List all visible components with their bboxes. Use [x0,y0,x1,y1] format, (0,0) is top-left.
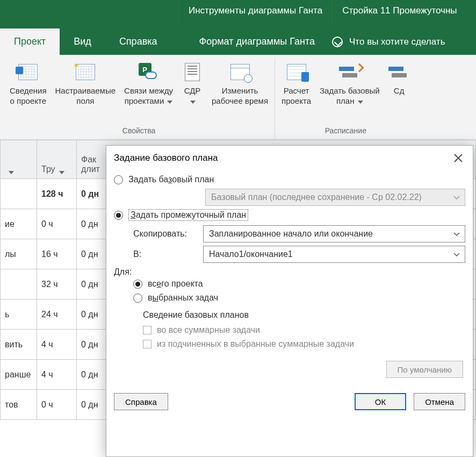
checkbox-rollup-all-summary-label: во все суммарные задачи [157,325,260,335]
ribbon-group-schedule: Расписание [325,123,366,139]
move-project-button[interactable]: Сд [385,58,413,123]
into-label: В: [133,249,198,259]
dropdown-icon[interactable] [9,171,14,174]
table-cell[interactable]: ь [1,299,37,330]
copy-from-value: Запланированное начало или окончание [209,229,373,239]
table-cell[interactable] [1,179,37,209]
copy-label: Скопировать: [133,229,198,239]
tell-me-label: Что вы хотите сделать [349,37,445,47]
change-working-time-button[interactable]: Изменитьрабочее время [208,58,271,123]
project-links-icon: P [138,61,160,83]
table-cell[interactable]: 128 ч [37,179,77,209]
calendar-clock-icon [229,61,251,83]
column-header[interactable]: Фак длит [81,155,100,174]
table-cell[interactable]: 0 ч [37,209,77,239]
checkbox-rollup-from-subtasks [143,340,152,348]
table-cell[interactable]: 24 ч [37,299,77,330]
move-icon [388,61,410,83]
ribbon-tabs: Проект Вид Справка Формат диаграммы Гант… [0,25,476,55]
titlebar: Инструменты диаграммы Ганта Стройка 11 П… [0,0,476,25]
calculate-project-button[interactable]: Расчетпроекта [278,58,314,123]
close-button[interactable] [451,151,465,165]
project-info-icon [17,61,39,83]
table-cell[interactable]: 32 ч [37,269,77,299]
ribbon: Сведенияо проекте ✶ Настраиваемыеполя P … [0,55,476,140]
radio-set-baseline[interactable] [114,175,123,184]
radio-for-entire-project-label: всего проекта [148,279,203,289]
table-cell[interactable]: 16 ч [37,239,77,269]
baseline-select: Базовый план (последнее сохранение - Ср … [205,189,465,206]
table-cell[interactable]: 4 ч [37,330,77,360]
radio-set-baseline-label: Задать базовый план [128,175,214,184]
baseline-icon [339,61,360,83]
copy-from-select[interactable]: Запланированное начало или окончание [203,225,465,242]
tab-help[interactable]: Справка [105,28,171,55]
calculate-icon [286,61,307,83]
close-icon [454,154,463,162]
checkbox-rollup-all-summary [143,326,152,334]
tab-format[interactable]: Формат диаграммы Ганта [190,28,325,55]
chevron-down-icon [453,251,460,258]
ribbon-group-properties: Свойства [122,123,155,139]
chevron-down-icon [453,194,460,201]
set-baseline-dialog: Задание базового плана Задать базовый пл… [106,145,473,457]
copy-into-select[interactable]: Начало1/окончание1 [203,246,465,263]
lightbulb-icon [332,37,343,47]
dropdown-icon[interactable] [59,171,64,174]
chevron-down-icon [190,101,196,104]
rollup-title: Сведение базовых планов [143,310,465,320]
radio-set-interim[interactable] [114,211,123,220]
baseline-select-value: Базовый план (последнее сохранение - Ср … [211,192,422,202]
chevron-down-icon [167,101,172,104]
custom-fields-icon: ✶ [75,61,96,83]
chevron-down-icon [358,101,363,104]
table-cell[interactable] [1,269,37,299]
dialog-title: Задание базового плана [114,153,218,163]
tab-project[interactable]: Проект [0,28,60,55]
tell-me-search[interactable]: Что вы хотите сделать [324,29,452,55]
table-cell[interactable]: ранше [1,360,37,390]
default-button: По умолчанию [386,361,463,378]
wbs-icon [182,61,203,83]
table-cell[interactable]: 4 ч [37,360,77,390]
contextual-tab-title: Инструменты диаграммы Ганта [178,0,332,25]
chevron-down-icon [453,230,460,238]
custom-fields-button[interactable]: ✶ Настраиваемыеполя [52,58,119,123]
cancel-button[interactable]: Отмена [414,393,465,410]
radio-for-selected-tasks-label: выбранных задач [148,293,218,303]
for-label: Для: [114,267,465,277]
help-button[interactable]: Справка [114,393,168,410]
table-cell[interactable]: вить [1,330,37,360]
table-cell[interactable]: ие [1,209,37,239]
set-baseline-button[interactable]: Задать базовыйплан [316,58,383,123]
tab-view[interactable]: Вид [60,28,105,55]
wbs-button[interactable]: СДР [178,58,206,123]
table-cell[interactable]: лы [1,239,37,269]
checkbox-rollup-from-subtasks-label: из подчиненных в выбранные суммарные зад… [157,339,354,349]
table-cell[interactable]: 0 ч [37,390,77,420]
radio-for-selected-tasks[interactable] [133,294,142,303]
copy-into-value: Начало1/окончание1 [209,249,293,259]
column-header[interactable]: Тру [41,165,55,174]
links-between-projects-button[interactable]: P Связи междупроектами [121,58,176,123]
document-title: Стройка 11 Промежуточны [332,0,466,25]
radio-set-interim-label: Задать промежуточный план [128,209,248,221]
ok-button[interactable]: ОК [355,393,406,410]
radio-for-entire-project[interactable] [133,280,142,289]
table-cell[interactable]: тов [1,390,37,420]
project-info-button[interactable]: Сведенияо проекте [6,58,50,123]
